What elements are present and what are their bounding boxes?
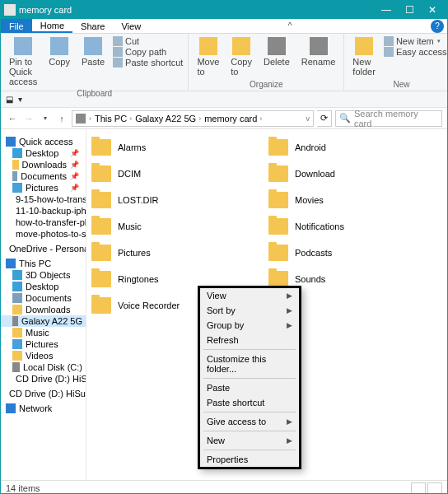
pin-icon: 📌 bbox=[70, 184, 79, 192]
sidebar-onedrive[interactable]: OneDrive - Personal bbox=[1, 243, 86, 254]
paste-button[interactable]: Paste bbox=[77, 35, 110, 68]
qat-dropdown-icon[interactable]: ▾ bbox=[18, 95, 22, 104]
tab-share[interactable]: Share bbox=[72, 19, 113, 33]
tab-view[interactable]: View bbox=[113, 19, 149, 33]
ctx-customize[interactable]: Customize this folder... bbox=[200, 352, 299, 376]
newfolder-button[interactable]: New folder bbox=[348, 35, 380, 78]
newitem-icon bbox=[384, 36, 394, 46]
sidebar-network[interactable]: Network bbox=[1, 403, 86, 414]
sidebar-pictures2[interactable]: Pictures bbox=[1, 338, 86, 350]
folder-item[interactable]: LOST.DIR bbox=[90, 187, 267, 213]
folder-item[interactable]: Music bbox=[90, 213, 267, 240]
tab-home[interactable]: Home bbox=[32, 19, 72, 33]
sidebar-quickaccess[interactable]: Quick access bbox=[1, 136, 86, 147]
search-input[interactable]: 🔍 Search memory card bbox=[335, 110, 442, 127]
ctx-view[interactable]: View▶ bbox=[200, 288, 299, 303]
sidebar-recent3[interactable]: how-to-transfer-photo bbox=[1, 217, 86, 228]
ctx-refresh[interactable]: Refresh bbox=[200, 333, 299, 347]
ctx-giveaccess[interactable]: Give access to▶ bbox=[200, 414, 299, 429]
chevron-right-icon: ▶ bbox=[287, 291, 292, 300]
tab-file[interactable]: File bbox=[1, 19, 32, 33]
sidebar-galaxy[interactable]: Galaxy A22 5G bbox=[1, 315, 86, 327]
sidebar-pictures[interactable]: Pictures📌 bbox=[1, 182, 86, 193]
sidebar-documents2[interactable]: Documents bbox=[1, 292, 86, 304]
sidebar-cddrive2[interactable]: CD Drive (D:) HiSuite bbox=[1, 388, 86, 399]
breadcrumb[interactable]: › This PC› Galaxy A22 5G› memory card› v bbox=[72, 110, 314, 127]
nav-back-button[interactable]: ← bbox=[6, 114, 19, 124]
chevron-right-icon: ▶ bbox=[287, 321, 292, 329]
search-placeholder: Search memory card bbox=[354, 109, 438, 128]
moveto-button[interactable]: Move to bbox=[192, 35, 224, 78]
pasteshortcut-button[interactable]: Paste shortcut bbox=[113, 58, 183, 68]
ribbon-collapse-icon[interactable]: ^ bbox=[282, 19, 296, 33]
ctx-groupby[interactable]: Group by▶ bbox=[200, 318, 299, 333]
ctx-new[interactable]: New▶ bbox=[200, 433, 299, 448]
folder-item[interactable]: Podcasts bbox=[267, 240, 444, 266]
copypath-button[interactable]: Copy path bbox=[113, 47, 183, 57]
delete-button[interactable]: Delete bbox=[259, 35, 295, 68]
newitem-button[interactable]: New item▾ bbox=[384, 36, 448, 46]
breadcrumb-device[interactable]: Galaxy A22 5G› bbox=[135, 114, 201, 124]
nav-recent-button[interactable]: ▾ bbox=[39, 114, 52, 122]
minimize-button[interactable]: — bbox=[375, 4, 398, 16]
view-large-button[interactable] bbox=[427, 482, 442, 494]
easyaccess-button[interactable]: Easy access▾ bbox=[384, 47, 448, 57]
nav-up-button[interactable]: ↑ bbox=[55, 114, 68, 124]
sidebar-localdisk[interactable]: Local Disk (C:) bbox=[1, 361, 86, 373]
folder-item[interactable]: DCIM bbox=[90, 161, 267, 187]
folder-item[interactable]: Download bbox=[267, 161, 444, 187]
folder-name: Alarms bbox=[118, 142, 146, 152]
copy-button[interactable]: Copy bbox=[44, 35, 75, 68]
refresh-button[interactable]: ⟳ bbox=[317, 110, 332, 127]
title-bar: memory card — ☐ ✕ bbox=[1, 1, 447, 19]
qat-back-icon[interactable]: ⬓ bbox=[6, 95, 13, 104]
ctx-sortby[interactable]: Sort by▶ bbox=[200, 303, 299, 318]
sidebar-downloads[interactable]: Downloads📌 bbox=[1, 159, 86, 170]
pin-quickaccess-button[interactable]: Pin to Quick access bbox=[4, 35, 42, 88]
ribbon-tabs: File Home Share View ^ ? bbox=[1, 19, 447, 34]
sidebar-desktop[interactable]: Desktop📌 bbox=[1, 147, 86, 159]
maximize-button[interactable]: ☐ bbox=[398, 4, 421, 16]
folder-icon bbox=[91, 245, 111, 261]
folder-item[interactable]: Alarms bbox=[90, 134, 267, 161]
folder-name: Music bbox=[118, 221, 142, 231]
help-icon[interactable]: ? bbox=[431, 20, 444, 33]
sidebar-3dobjects[interactable]: 3D Objects bbox=[1, 269, 86, 281]
folder-item[interactable]: Notifications bbox=[267, 213, 444, 240]
folder-item[interactable]: Pictures bbox=[90, 240, 267, 266]
ctx-pasteshortcut[interactable]: Paste shortcut bbox=[200, 395, 299, 410]
breadcrumb-folder[interactable]: memory card› bbox=[204, 114, 262, 124]
nav-forward-button[interactable]: → bbox=[22, 114, 35, 124]
file-pane[interactable]: AlarmsAndroidDCIMDownloadLOST.DIRMoviesM… bbox=[86, 129, 447, 480]
sidebar-thispc[interactable]: This PC bbox=[1, 258, 86, 269]
ctx-paste[interactable]: Paste bbox=[200, 380, 299, 395]
downloads-icon bbox=[12, 160, 19, 170]
sidebar-desktop2[interactable]: Desktop bbox=[1, 281, 86, 292]
sidebar-recent2[interactable]: 11-10-backup-iphone-t bbox=[1, 205, 86, 217]
breadcrumb-thispc[interactable]: This PC› bbox=[95, 114, 132, 124]
folder-item[interactable]: Movies bbox=[267, 187, 444, 213]
view-details-button[interactable] bbox=[411, 482, 426, 494]
documents-icon bbox=[12, 171, 17, 181]
copyto-button[interactable]: Copy to bbox=[226, 35, 257, 78]
search-icon: 🔍 bbox=[339, 113, 351, 124]
sidebar-documents[interactable]: Documents📌 bbox=[1, 170, 86, 182]
sidebar-cddrive[interactable]: CD Drive (D:) HiSuite bbox=[1, 373, 86, 384]
sidebar-music[interactable]: Music bbox=[1, 327, 86, 338]
folder-icon bbox=[91, 271, 111, 287]
sidebar-videos[interactable]: Videos bbox=[1, 350, 86, 361]
folder-name: Sounds bbox=[295, 274, 325, 284]
ctx-properties[interactable]: Properties bbox=[200, 452, 299, 467]
folder-icon bbox=[268, 192, 288, 208]
folder-name: LOST.DIR bbox=[118, 195, 159, 205]
ribbon-group-organize: Move to Copy to Delete Rename Organize bbox=[189, 34, 344, 91]
sidebar-recent4[interactable]: move-photos-to-sd-ca bbox=[1, 228, 86, 240]
folder-item[interactable]: Android bbox=[267, 134, 444, 161]
cut-button[interactable]: Cut bbox=[113, 36, 183, 46]
breadcrumb-dropdown-icon[interactable]: v bbox=[306, 114, 310, 123]
close-button[interactable]: ✕ bbox=[421, 4, 444, 16]
sidebar-downloads2[interactable]: Downloads bbox=[1, 304, 86, 315]
sidebar-recent1[interactable]: 9-15-how-to-transfer-p bbox=[1, 193, 86, 205]
ribbon: Pin to Quick access Copy Paste Cut Copy … bbox=[1, 34, 447, 91]
rename-button[interactable]: Rename bbox=[296, 35, 341, 68]
